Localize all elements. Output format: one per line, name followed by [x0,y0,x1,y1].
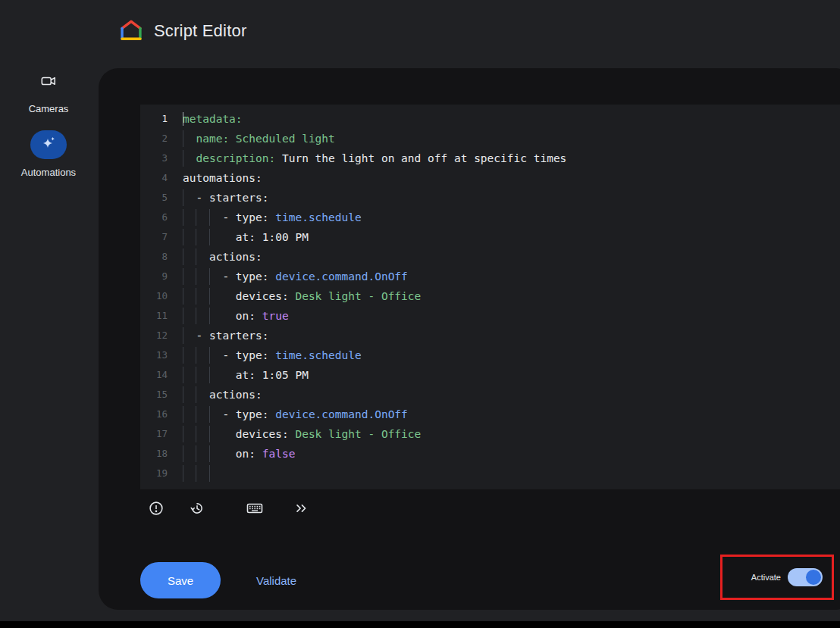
editor-card: 1metadata:2 name: Scheduled light3 descr… [99,68,840,610]
sidebar-item-automations[interactable]: Automations [0,130,97,178]
code-token: name: [196,133,229,145]
code-line[interactable]: 9 - type: device.command.OnOff [140,267,840,286]
code-token: devices: [183,290,289,302]
indent-guide [209,347,210,364]
code-token [183,152,196,164]
sidebar-item-cameras[interactable]: Cameras [0,73,97,114]
code-line[interactable]: 2 name: Scheduled light [140,129,840,148]
code-token: actions: [183,251,262,263]
code-line[interactable]: 7 at: 1:00 PM [140,227,840,247]
indent-guide [196,386,196,403]
code-token: on: [183,448,255,460]
indent-guide [209,268,210,285]
indent-guide [183,248,183,265]
history-icon [189,500,205,519]
history-button[interactable] [182,494,212,524]
indent-guide [196,445,196,462]
indent-guide [183,386,183,403]
line-number: 12 [140,326,183,345]
indent-guide [183,327,183,344]
line-number: 13 [140,345,183,365]
code-line[interactable]: 10 devices: Desk light - Office [140,286,840,306]
code-token: description: [196,152,275,164]
code-line[interactable]: 15 actions: [140,385,840,405]
validate-button[interactable]: Validate [247,562,306,598]
code-line[interactable]: 8 actions: [140,247,840,267]
keyboard-icon [246,499,264,520]
code-token: automations: [183,172,262,184]
code-editor[interactable]: 1metadata:2 name: Scheduled light3 descr… [140,105,840,489]
code-line[interactable]: 14 at: 1:05 PM [140,365,840,385]
indent-guide [183,465,183,482]
code-token: - starters: [183,192,269,204]
indent-guide [183,367,183,383]
line-number: 7 [140,227,183,247]
line-number: 17 [140,424,183,444]
indent-guide [183,130,183,147]
code-token: at: [183,231,255,243]
problems-button[interactable] [141,494,171,524]
code-line[interactable]: 6 - type: time.schedule [140,208,840,227]
code-token: Desk light - Office [289,290,422,302]
line-number: 10 [140,286,183,306]
indent-guide [196,248,196,265]
line-number: 6 [140,208,183,227]
sidebar-item-label: Cameras [0,103,97,114]
alert-circle-icon [148,500,165,519]
indent-guide [183,189,183,206]
indent-guide [183,150,183,167]
indent-guide [196,308,196,324]
code-token: Scheduled light [229,133,335,145]
code-token: at: [183,369,255,381]
save-button[interactable]: Save [140,562,221,598]
code-token [183,133,196,145]
code-token: device.command.OnOff [269,408,408,420]
activate-label: Activate [751,573,781,582]
code-token: true [255,310,289,322]
code-line[interactable]: 1metadata: [140,109,840,129]
indent-guide [209,367,210,383]
indent-guide [183,268,183,285]
annotation-highlight: Activate [720,555,834,600]
line-number: 4 [140,168,183,188]
code-line[interactable]: 11 on: true [140,306,840,326]
google-home-logo [119,19,143,42]
line-number: 15 [140,385,183,405]
code-token: metadata: [183,113,243,125]
line-number: 2 [140,129,183,148]
indent-guide [196,465,196,482]
code-line[interactable]: 17 devices: Desk light - Office [140,424,840,444]
activate-toggle[interactable] [788,568,823,586]
indent-guide [183,209,183,226]
code-line[interactable]: 5 - starters: [140,188,840,208]
code-line[interactable]: 16 - type: device.command.OnOff [140,405,840,424]
code-line[interactable]: 12 - starters: [140,326,840,345]
line-number: 8 [140,247,183,267]
code-line[interactable]: 13 - type: time.schedule [140,345,840,365]
code-token: - starters: [183,330,269,342]
indent-guide [209,308,210,324]
toggle-knob [806,570,821,585]
screen-edge-strip [0,621,840,628]
code-line[interactable]: 3 description: Turn the light on and off… [140,148,840,168]
line-number: 19 [140,464,183,483]
active-nav-pill [30,130,67,159]
more-panels-button[interactable] [287,494,317,524]
indent-guide [183,288,183,305]
code-line[interactable]: 18 on: false [140,444,840,464]
indent-guide [196,268,196,285]
code-token: time.schedule [269,349,362,361]
code-line[interactable]: 4automations: [140,168,840,188]
code-line[interactable]: 19 [140,464,840,483]
camera-icon [40,73,57,92]
code-lines: 1metadata:2 name: Scheduled light3 descr… [140,109,840,483]
line-number: 5 [140,188,183,208]
indent-guide [196,367,196,383]
code-token: Desk light - Office [289,428,422,440]
line-number: 9 [140,267,183,286]
indent-guide [209,229,210,245]
indent-guide [209,426,210,442]
keyboard-button[interactable] [240,494,270,524]
code-token: actions: [183,389,262,401]
code-token: on: [183,310,255,322]
